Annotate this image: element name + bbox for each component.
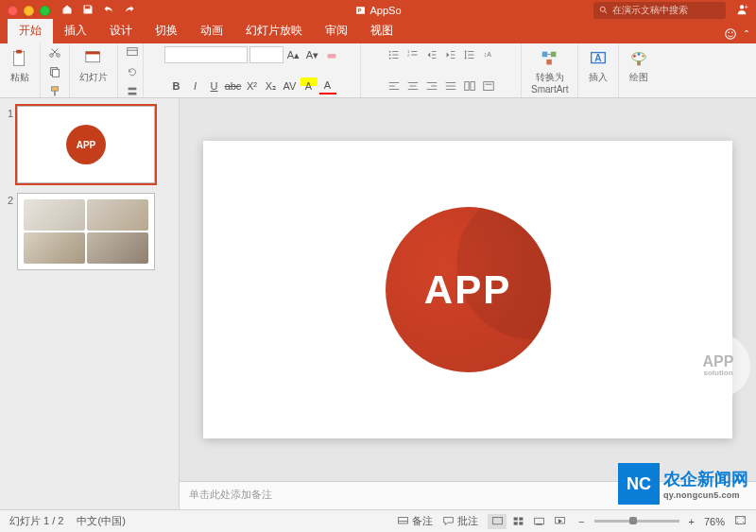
draw-button[interactable]: 绘图	[625, 46, 653, 86]
thumbnail-1[interactable]: APP	[17, 106, 155, 183]
smartart-button[interactable]: 转换为 SmartArt	[527, 46, 572, 96]
group-insert: A 插入	[578, 43, 619, 97]
tab-slideshow[interactable]: 幻灯片放映	[234, 19, 314, 43]
slides-label: 幻灯片	[79, 71, 108, 84]
thumb-number: 2	[4, 193, 17, 206]
bold-button[interactable]: B	[168, 77, 185, 94]
editor-area: APP APP solution 单击此处添加备注	[180, 98, 756, 509]
tab-design[interactable]: 设计	[98, 19, 144, 43]
svg-rect-74	[513, 517, 517, 520]
site-branding: NC 农企新闻网 qy.nongcun5.com	[618, 458, 756, 509]
tab-animations[interactable]: 动画	[189, 19, 234, 43]
align-center-button[interactable]	[404, 77, 421, 94]
smiley-icon[interactable]	[724, 27, 737, 43]
slideshow-view-icon[interactable]	[550, 514, 569, 529]
comments-toggle[interactable]: 批注	[442, 514, 478, 528]
tab-transitions[interactable]: 切换	[144, 19, 189, 43]
thumbnail-2[interactable]	[17, 193, 155, 270]
layout-button[interactable]	[124, 43, 141, 60]
tab-review[interactable]: 审阅	[314, 19, 359, 43]
language-indicator[interactable]: 中文(中国)	[77, 514, 125, 528]
zoom-out-button[interactable]: −	[578, 516, 584, 527]
zoom-in-button[interactable]: +	[689, 516, 695, 527]
font-color-button[interactable]: A	[319, 77, 336, 94]
superscript-button[interactable]: X²	[244, 77, 261, 94]
align-left-button[interactable]	[386, 77, 403, 94]
line-spacing-button[interactable]	[461, 46, 478, 63]
new-slide-button[interactable]: 幻灯片	[76, 46, 112, 86]
svg-point-69	[643, 55, 645, 58]
svg-rect-10	[16, 50, 21, 54]
slide-logo[interactable]: APP	[386, 207, 551, 372]
brand-url: qy.nongcun5.com	[663, 490, 748, 500]
group-draw: 绘图	[619, 43, 659, 97]
tab-home[interactable]: 开始	[8, 19, 53, 43]
notes-toggle[interactable]: 备注	[397, 514, 433, 528]
normal-view-icon[interactable]	[488, 514, 507, 529]
maximize-icon[interactable]	[40, 6, 50, 16]
cut-button[interactable]	[46, 43, 63, 60]
redo-icon[interactable]	[124, 4, 135, 17]
font-family-combo[interactable]	[164, 46, 248, 63]
fit-window-icon[interactable]	[734, 514, 747, 528]
slide-counter[interactable]: 幻灯片 1 / 2	[9, 514, 63, 528]
align-text-button[interactable]	[480, 77, 497, 94]
zoom-level[interactable]: 76%	[704, 516, 725, 527]
chevron-up-icon[interactable]: ˆ	[745, 29, 748, 43]
strike-button[interactable]: abc	[225, 77, 242, 94]
statusbar: 幻灯片 1 / 2 中文(中国) 备注 批注 − + 76%	[0, 509, 756, 532]
underline-button[interactable]: U	[206, 77, 223, 94]
tabs-right: ˆ	[724, 27, 748, 43]
reset-button[interactable]	[124, 63, 141, 80]
slide-thumbnails[interactable]: 1 APP 2	[0, 98, 180, 509]
indent-left-button[interactable]	[423, 46, 440, 63]
sorter-view-icon[interactable]	[508, 514, 527, 529]
bullets-button[interactable]	[386, 46, 403, 63]
watermark-badge: APP solution	[686, 334, 750, 398]
char-spacing-button[interactable]: AV	[282, 77, 299, 94]
minimize-icon[interactable]	[24, 6, 34, 16]
group-slides: 幻灯片	[70, 43, 118, 97]
indent-right-button[interactable]	[442, 46, 459, 63]
smartart-label: 转换为 SmartArt	[531, 71, 568, 94]
font-size-combo[interactable]	[249, 46, 284, 63]
numbering-button[interactable]: 12	[404, 46, 421, 63]
watermark-line1: APP	[703, 354, 734, 369]
text-direction-button[interactable]: ↕A	[480, 46, 497, 63]
highlight-button[interactable]: A	[301, 77, 318, 94]
undo-icon[interactable]	[103, 4, 114, 17]
tab-insert[interactable]: 插入	[53, 19, 98, 43]
close-icon[interactable]	[8, 6, 18, 16]
section-button[interactable]	[124, 83, 141, 100]
copy-button[interactable]	[46, 63, 63, 80]
tab-view[interactable]: 视图	[359, 19, 404, 43]
increase-font-button[interactable]: A▴	[285, 46, 302, 63]
paste-button[interactable]: 粘贴	[6, 46, 34, 86]
justify-button[interactable]	[442, 77, 459, 94]
home-icon[interactable]	[61, 4, 73, 17]
clear-format-button[interactable]	[323, 46, 340, 63]
italic-button[interactable]: I	[187, 77, 204, 94]
svg-text:P: P	[357, 8, 361, 13]
reading-view-icon[interactable]	[529, 514, 548, 529]
text-box-button[interactable]: A 插入	[584, 46, 612, 86]
svg-rect-9	[14, 52, 25, 66]
search-icon	[599, 6, 609, 15]
share-icon[interactable]: +	[735, 3, 748, 18]
save-icon[interactable]	[82, 4, 94, 17]
canvas-area[interactable]: APP APP solution	[180, 98, 756, 481]
columns-button[interactable]	[461, 77, 478, 94]
svg-text:+: +	[745, 4, 748, 10]
align-right-button[interactable]	[423, 77, 440, 94]
thumb-logo: APP	[66, 125, 106, 164]
current-slide[interactable]: APP	[203, 141, 732, 438]
slide-logo-text: APP	[424, 267, 511, 313]
svg-rect-60	[541, 52, 547, 58]
decrease-font-button[interactable]: A▾	[304, 46, 321, 63]
search-input[interactable]: 在演示文稿中搜索	[593, 2, 726, 19]
svg-point-67	[633, 55, 636, 58]
format-painter-button[interactable]	[46, 83, 63, 100]
subscript-button[interactable]: X₂	[263, 77, 280, 94]
zoom-slider[interactable]	[594, 520, 679, 523]
group-clipboard-extra	[41, 43, 70, 97]
